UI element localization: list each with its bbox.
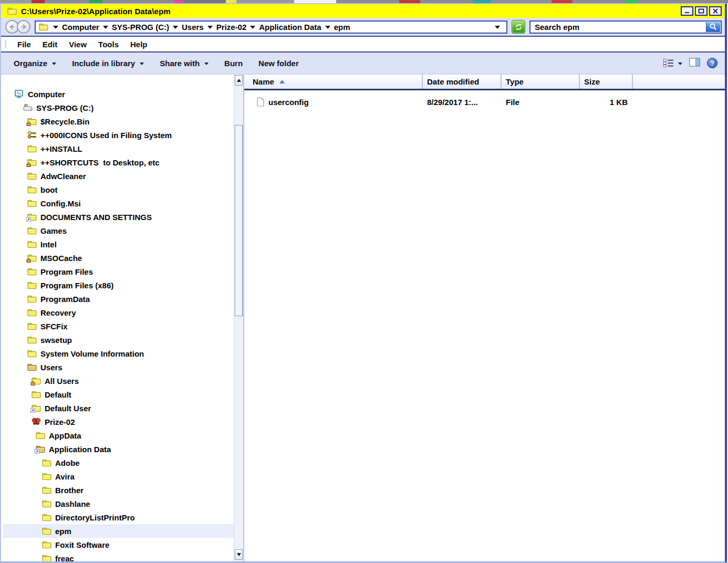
tree-item-brother[interactable]: Brother xyxy=(3,483,234,497)
breadcrumb-segment[interactable]: SYS-PROG (C:) xyxy=(112,23,169,32)
scroll-up-icon[interactable] xyxy=(235,75,243,86)
tree-item-config-msi[interactable]: Config.Msi xyxy=(3,196,234,210)
tree-item-programdata[interactable]: ProgramData xyxy=(3,292,234,306)
tree-item-avira[interactable]: Avira xyxy=(3,470,234,483)
tree-item-sys-prog-c[interactable]: SYS-PROG (C:) xyxy=(3,101,234,114)
menu-item-help[interactable]: Help xyxy=(124,40,153,49)
address-history-dropdown-icon[interactable] xyxy=(495,26,500,29)
folder-icon xyxy=(42,513,51,522)
tree-item-all-users[interactable]: All Users xyxy=(3,374,234,388)
search-input[interactable]: Search epm xyxy=(535,23,579,32)
tree-item-swsetup[interactable]: swsetup xyxy=(3,333,234,347)
tree-item-epm[interactable]: epm xyxy=(3,524,234,538)
shortcut-arrow-icon xyxy=(30,408,35,413)
tree-item-label: boot xyxy=(40,185,57,194)
column-header-blank[interactable] xyxy=(633,75,725,89)
tree-item-000icons-used-in-filing-system[interactable]: ++000ICONS Used in Filing System xyxy=(3,128,234,142)
preview-pane-icon[interactable] xyxy=(689,58,700,69)
close-button[interactable] xyxy=(709,6,722,16)
tree-item-documents-and-settings[interactable]: DOCUMENTS AND SETTINGS xyxy=(3,210,234,224)
tree-item-label: Dashlane xyxy=(55,499,90,508)
command-toolbar: OrganizeInclude in libraryShare withBurn… xyxy=(1,53,725,75)
column-header-date-modified[interactable]: Date modified xyxy=(423,75,502,89)
maximize-button[interactable] xyxy=(695,6,708,16)
tree-item-install[interactable]: ++INSTALL xyxy=(3,142,234,155)
breadcrumb[interactable]: ComputerSYS-PROG (C:)UsersPrize-02Applic… xyxy=(35,20,507,34)
tree-item-default-user[interactable]: Default User xyxy=(3,401,234,415)
tree-item-games[interactable]: Games xyxy=(3,224,234,237)
tree-item-sfcfix[interactable]: SFCFix xyxy=(3,319,234,333)
column-header-size[interactable]: Size xyxy=(580,75,633,89)
column-header-name[interactable]: Name xyxy=(244,75,423,89)
folder-icon xyxy=(42,499,51,508)
tree-item-prize-02[interactable]: Prize-02 xyxy=(3,415,234,429)
toolbar-button-new-folder[interactable]: New folder xyxy=(258,59,299,68)
title-bar[interactable]: C:\Users\Prize-02\Application Data\epm xyxy=(1,4,725,18)
views-icon[interactable] xyxy=(663,59,682,67)
scroll-down-icon[interactable] xyxy=(235,549,243,560)
breadcrumb-dropdown-icon[interactable] xyxy=(53,26,58,29)
tree-item-directorylistprintpro[interactable]: DirectoryListPrintPro xyxy=(3,510,234,524)
tree-item-application-data[interactable]: Application Data xyxy=(3,442,234,456)
breadcrumb-dropdown-icon[interactable] xyxy=(173,26,178,29)
tree-item-label: Foxit Software xyxy=(55,540,109,549)
breadcrumb-segment[interactable]: Users xyxy=(182,23,204,32)
breadcrumb-dropdown-icon[interactable] xyxy=(103,26,108,29)
tree-item-label: AppData xyxy=(49,431,81,440)
tree-item-adwcleaner[interactable]: AdwCleaner xyxy=(3,169,234,183)
tree-item-intel[interactable]: Intel xyxy=(3,237,234,251)
toolbar-button-include-in-library[interactable]: Include in library xyxy=(72,59,144,68)
column-header-type[interactable]: Type xyxy=(502,75,580,89)
file-row-userconfig[interactable]: userconfig8/29/2017 1:...File1 KB xyxy=(244,95,725,109)
scrollbar-thumb[interactable] xyxy=(235,125,243,316)
tree-item-dashlane[interactable]: Dashlane xyxy=(3,497,234,510)
menu-item-tools[interactable]: Tools xyxy=(92,40,124,49)
breadcrumb-dropdown-icon[interactable] xyxy=(207,26,213,29)
breadcrumb-segment[interactable]: Prize-02 xyxy=(216,23,247,32)
breadcrumb-dropdown-icon[interactable] xyxy=(325,26,330,29)
tree-item-msocache[interactable]: MSOCache xyxy=(3,251,234,265)
tree-scrollbar[interactable] xyxy=(234,75,243,561)
tree-item-boot[interactable]: boot xyxy=(3,183,234,196)
breadcrumb-segment[interactable]: Computer xyxy=(62,23,99,32)
menu-item-file[interactable]: File xyxy=(12,40,37,49)
toolbar-button-organize[interactable]: Organize xyxy=(14,59,56,68)
tree-item-appdata[interactable]: AppData xyxy=(3,429,234,442)
tree-item-program-files-x86[interactable]: Program Files (x86) xyxy=(3,278,234,292)
search-icon[interactable] xyxy=(706,22,720,32)
tree-item-freac[interactable]: freac xyxy=(3,551,234,561)
menu-item-edit[interactable]: Edit xyxy=(37,40,63,49)
menu-item-view[interactable]: View xyxy=(63,40,92,49)
tree-item-users[interactable]: Users xyxy=(3,360,234,374)
forward-button[interactable] xyxy=(17,20,30,34)
breadcrumb-dropdown-icon[interactable] xyxy=(250,26,255,29)
tree-item-recycle-bin[interactable]: $Recycle.Bin xyxy=(3,114,234,128)
minimize-button[interactable] xyxy=(681,6,693,16)
breadcrumb-segment[interactable]: epm xyxy=(334,23,350,32)
column-header-label: Name xyxy=(253,77,274,86)
tree-item-default[interactable]: Default xyxy=(3,388,234,401)
tree-item-shortcuts-to-desktop-etc[interactable]: ++SHORTCUTS to Desktop, etc xyxy=(3,155,234,169)
views-dropdown-icon[interactable] xyxy=(678,62,682,65)
tree-item-adobe[interactable]: Adobe xyxy=(3,456,234,470)
tree-item-label: All Users xyxy=(45,377,79,385)
tree-item-foxit-software[interactable]: Foxit Software xyxy=(3,538,234,551)
folder-icon xyxy=(27,172,37,180)
tree-item-computer[interactable]: Computer xyxy=(3,87,234,101)
help-icon[interactable]: ? xyxy=(707,58,717,68)
file-name: userconfig xyxy=(268,98,309,107)
tree-item-system-volume-information[interactable]: System Volume Information xyxy=(3,347,234,360)
toolbar-button-burn[interactable]: Burn xyxy=(224,59,243,68)
tree-item-label: Computer xyxy=(28,90,65,99)
file-name-cell[interactable]: userconfig xyxy=(244,95,423,109)
toolbar-button-share-with[interactable]: Share with xyxy=(160,59,209,68)
search-box[interactable]: Search epm xyxy=(529,20,722,34)
breadcrumb-segment[interactable]: Application Data xyxy=(259,23,321,32)
tree-item-label: ++SHORTCUTS to Desktop, etc xyxy=(40,158,160,167)
folder-icon xyxy=(39,23,48,31)
tree-item-label: Avira xyxy=(55,472,75,481)
refresh-icon[interactable] xyxy=(512,20,525,34)
tree-item-program-files[interactable]: Program Files xyxy=(3,265,234,278)
column-header-label: Size xyxy=(584,77,600,86)
tree-item-recovery[interactable]: Recovery xyxy=(3,306,234,319)
